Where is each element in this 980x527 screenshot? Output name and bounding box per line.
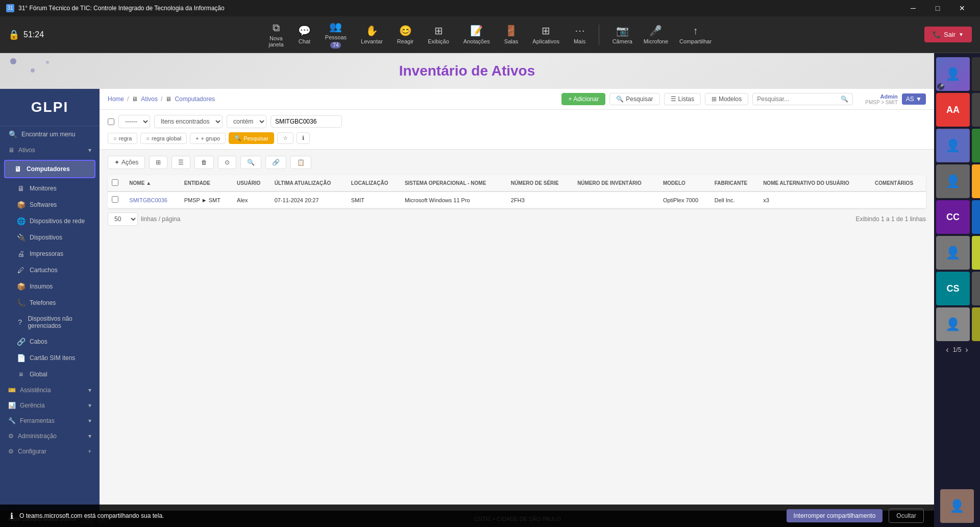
col-so[interactable]: SISTEMA OPERACIONAL - NOME: [401, 175, 507, 191]
close-button[interactable]: ✕: [950, 0, 974, 16]
avatar-p5[interactable]: 👤: [936, 129, 970, 162]
avatar-p10[interactable]: M: [972, 200, 980, 234]
col-num-inventario[interactable]: NÚMERO DE INVENTÁRIO: [573, 175, 659, 191]
sidebar-group-gerencia[interactable]: 📊 Gerência ▾: [0, 398, 100, 413]
sidebar-group-ferramentas[interactable]: 🔧 Ferramentas ▾: [0, 413, 100, 428]
sidebar-item-monitores[interactable]: 🖥 Monitores: [0, 180, 100, 197]
col-usuario[interactable]: USUÁRIO: [233, 175, 271, 191]
maximize-button[interactable]: □: [926, 0, 949, 16]
avatar-p15[interactable]: 👤: [936, 307, 970, 341]
breadcrumb-computadores[interactable]: Computadores: [175, 95, 215, 103]
sidebar-item-telefones[interactable]: 📞 Telefones: [0, 295, 100, 311]
sidebar-item-cabos[interactable]: 🔗 Cabos: [0, 333, 100, 350]
avatar-p4[interactable]: 👤: [972, 93, 980, 127]
interromper-button[interactable]: Interromper compartilhamento: [787, 509, 883, 511]
sidebar-find-menu[interactable]: 🔍 Encontrar um menu: [0, 126, 100, 142]
avatar-p6[interactable]: AM: [972, 129, 980, 162]
avatar-bottom[interactable]: 👤: [940, 489, 974, 523]
next-page-button[interactable]: ›: [965, 345, 968, 354]
regra-button[interactable]: ○ regra: [108, 133, 137, 144]
avatar-p16[interactable]: AL: [972, 307, 980, 341]
export-button[interactable]: 📋: [290, 156, 311, 169]
pesquisar-nav-button[interactable]: 🔍 Pesquisar: [609, 93, 659, 105]
sidebar-item-impressoras[interactable]: 🖨 Impressoras: [0, 246, 100, 262]
col-entidade[interactable]: ENTIDADE: [180, 175, 233, 191]
avatar-p12[interactable]: LK: [972, 236, 980, 270]
sidebar-item-global[interactable]: ≡ Global: [0, 366, 100, 382]
sidebar-item-disp-nao-gerenciados[interactable]: ? Dispositivos não gerenciados: [0, 311, 100, 333]
avatar-p3[interactable]: AA: [936, 93, 970, 127]
sidebar-item-dispositivos[interactable]: 🔌 Dispositivos: [0, 229, 100, 246]
chat-button[interactable]: 💬 Chat: [293, 21, 316, 47]
per-page-select[interactable]: 50 10 25 100: [108, 212, 138, 226]
search-input[interactable]: [757, 95, 839, 103]
exibicao-button[interactable]: ⊞ Exibição: [423, 21, 454, 47]
sidebar-item-cartuchos[interactable]: 🖊 Cartuchos: [0, 262, 100, 278]
sidebar-group-assistencia[interactable]: 🎫 Assistência ▾: [0, 382, 100, 398]
view-grid-button[interactable]: ⊞: [149, 156, 167, 169]
col-modelo[interactable]: MODELO: [659, 175, 710, 191]
regra-global-button[interactable]: ○ regra global: [140, 133, 187, 144]
filter-select-1[interactable]: ------: [118, 115, 150, 128]
sair-button[interactable]: 📞 Sair ▼: [924, 27, 972, 42]
col-localizacao[interactable]: LOCALIZAÇÃO: [347, 175, 401, 191]
filter-select-2[interactable]: Itens encontrados: [154, 115, 223, 128]
modelos-button[interactable]: ⊞ Modelos: [705, 93, 748, 105]
breadcrumb-ativos[interactable]: Ativos: [141, 95, 158, 103]
avatar-p13[interactable]: CS: [936, 272, 970, 305]
acoes-button[interactable]: ✦ Ações: [108, 156, 145, 169]
minimize-button[interactable]: ─: [901, 0, 925, 16]
listas-button[interactable]: ☰ Listas: [664, 93, 701, 105]
ocultar-button[interactable]: Ocultar: [889, 509, 924, 511]
avatar-p14[interactable]: 👤: [972, 272, 980, 305]
view-list-button[interactable]: ☰: [172, 156, 190, 169]
col-comentarios[interactable]: COMENTÁRIOS: [871, 175, 926, 191]
salas-button[interactable]: 🚪 Salas: [499, 21, 524, 47]
row-select-checkbox[interactable]: [112, 196, 118, 203]
col-ultima-atualizacao[interactable]: ÚLTIMA ATUALIZAÇÃO: [271, 175, 347, 191]
avatar-p11[interactable]: 👤: [936, 236, 970, 270]
info-button[interactable]: ℹ: [297, 132, 310, 144]
sidebar-item-dispositivos-rede[interactable]: 🌐 Dispositivos de rede: [0, 213, 100, 229]
nova-janela-button[interactable]: ⧉ Nova janela: [263, 19, 289, 51]
compartilhar-button[interactable]: ↑ Compartilhar: [674, 22, 717, 47]
link-button[interactable]: 🔗: [265, 156, 286, 169]
search-table-button[interactable]: 🔍: [240, 156, 261, 169]
pessoas-button[interactable]: 👥 Pessoas 74: [320, 17, 352, 52]
avatar-p8[interactable]: HA: [972, 164, 980, 198]
avatar-p7[interactable]: 👤: [936, 164, 970, 198]
mais-button[interactable]: ⋯ Mais: [569, 21, 591, 47]
adicionar-button[interactable]: + Adicionar: [561, 93, 605, 105]
camera-button[interactable]: 📷 Câmera: [607, 21, 638, 47]
filter-select-3[interactable]: contém: [227, 115, 266, 128]
anotacoes-button[interactable]: 📝 Anotações: [458, 21, 495, 47]
sidebar-item-softwares[interactable]: 📦 Softwares: [0, 197, 100, 213]
filter-checkbox[interactable]: [108, 118, 114, 125]
avatar-p2[interactable]: 👤: [972, 57, 980, 91]
avatar-p9[interactable]: CC: [936, 200, 970, 234]
toggle-button[interactable]: ⊙: [218, 156, 236, 169]
aplicativos-button[interactable]: ⊞ Aplicativos: [527, 21, 565, 47]
levantar-button[interactable]: ✋ Levantar: [356, 21, 388, 47]
select-all-checkbox[interactable]: [112, 179, 118, 186]
sidebar-item-computadores[interactable]: 🖥 Computadores: [5, 161, 94, 177]
favorite-button[interactable]: ☆: [277, 132, 293, 144]
grupo-button[interactable]: + + grupo: [190, 133, 226, 144]
pesquisar-filter-button[interactable]: 🔍 Pesquisar: [229, 132, 274, 144]
breadcrumb-home[interactable]: Home: [108, 95, 124, 103]
reagir-button[interactable]: 😊 Reagir: [392, 21, 419, 47]
sidebar-item-insumos[interactable]: 📦 Insumos: [0, 278, 100, 295]
col-fabricante[interactable]: FABRICANTE: [710, 175, 759, 191]
sidebar-group-configurar[interactable]: ⚙ Configurar +: [0, 444, 100, 459]
sidebar-group-ativos[interactable]: 🖥 Ativos ▾: [0, 142, 100, 158]
col-nome[interactable]: NOME ▲: [125, 175, 180, 191]
delete-button[interactable]: 🗑: [194, 156, 214, 169]
computer-link[interactable]: SMITGBC0036: [129, 197, 167, 203]
sidebar-item-cartao-sim[interactable]: 📄 Cartão SIM itens: [0, 350, 100, 366]
sidebar-group-administracao[interactable]: ⚙ Administração ▾: [0, 428, 100, 444]
col-num-serie[interactable]: NÚMERO DE SÉRIE: [507, 175, 573, 191]
prev-page-button[interactable]: ‹: [946, 345, 948, 354]
user-badge[interactable]: AS ▼: [902, 93, 926, 105]
col-nome-alt[interactable]: NOME ALTERNATIVO DO USUÁRIO: [759, 175, 871, 191]
filter-value-input[interactable]: [271, 115, 342, 128]
